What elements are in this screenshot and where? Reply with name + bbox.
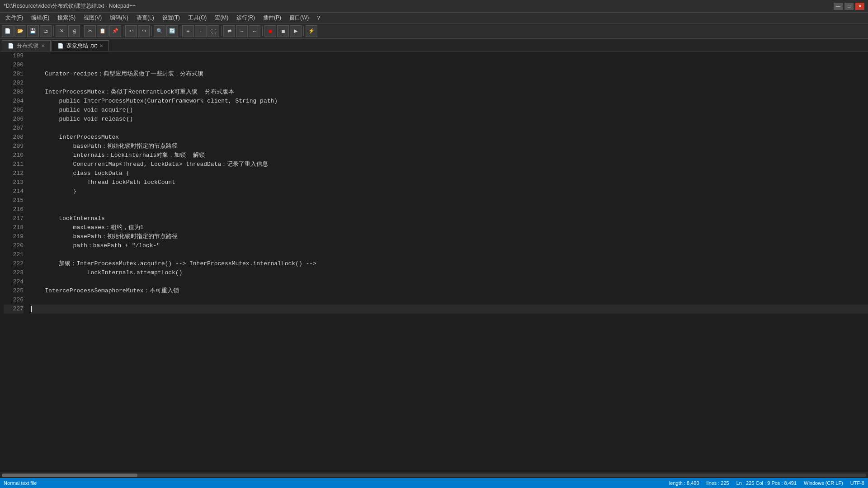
menu-edit[interactable]: 编辑(E)	[28, 13, 53, 23]
paste-button[interactable]: 📌	[109, 25, 121, 37]
line-number-202: 202	[4, 79, 24, 88]
code-line-200	[31, 61, 868, 70]
menu-file[interactable]: 文件(F)	[2, 13, 27, 23]
zoom-in-button[interactable]: +	[182, 25, 194, 37]
menu-help[interactable]: ?	[313, 14, 324, 22]
menu-macro[interactable]: 宏(M)	[211, 13, 232, 23]
line-number-213: 213	[4, 178, 24, 187]
record-button[interactable]: ⏺	[264, 25, 276, 37]
menu-view[interactable]: 视图(V)	[80, 13, 105, 23]
editor-area: 1992002012022032042052062072082092102112…	[0, 52, 868, 472]
code-line-211: ConcurrentMap<Thread, LockData> threadDa…	[31, 160, 868, 169]
menu-search[interactable]: 搜索(S)	[54, 13, 79, 23]
tab-close-2[interactable]: ✕	[99, 43, 103, 48]
tab-icon-2: 📄	[57, 43, 64, 49]
code-line-222: 加锁：InterProcessMutex.acquire() --> Inter…	[31, 259, 868, 268]
menu-settings[interactable]: 设置(T)	[159, 13, 184, 23]
save-all-button[interactable]: 🗂	[40, 25, 52, 37]
line-number-211: 211	[4, 160, 24, 169]
code-line-227	[31, 305, 868, 314]
code-line-223: LockInternals.attemptLock()	[31, 268, 868, 277]
code-line-215	[31, 196, 868, 205]
close-button[interactable]: ✕	[855, 3, 864, 10]
line-number-227: 227	[4, 305, 24, 314]
menu-tools[interactable]: 工具(O)	[184, 13, 210, 23]
minimize-button[interactable]: —	[834, 3, 843, 10]
line-number-214: 214	[4, 187, 24, 196]
status-file-type: Normal text file	[4, 480, 37, 486]
toolbar-sep-4	[151, 26, 152, 36]
code-line-209: basePath：初始化锁时指定的节点路径	[31, 142, 868, 151]
maximize-button[interactable]: □	[844, 3, 854, 10]
line-number-206: 206	[4, 115, 24, 124]
tab-distributed-lock[interactable]: 📄 分布式锁 ✕	[2, 40, 51, 51]
menu-window[interactable]: 窗口(W)	[286, 13, 312, 23]
line-number-222: 222	[4, 259, 24, 268]
code-content[interactable]: Curator-recipes：典型应用场景做了一些封装，分布式锁 InterP…	[27, 52, 868, 472]
code-line-207	[31, 124, 868, 133]
line-number-209: 209	[4, 142, 24, 151]
line-number-220: 220	[4, 241, 24, 250]
line-number-221: 221	[4, 250, 24, 259]
horizontal-scrollbar[interactable]	[0, 472, 868, 478]
menu-encoding[interactable]: 编码(N)	[106, 13, 132, 23]
code-line-220: path：basePath + "/lock-"	[31, 241, 868, 250]
code-line-216	[31, 205, 868, 214]
line-number-217: 217	[4, 214, 24, 223]
wordwrap-button[interactable]: ⇌	[223, 25, 235, 37]
menu-language[interactable]: 语言(L)	[133, 13, 158, 23]
tab-close-1[interactable]: ✕	[41, 43, 45, 48]
line-number-203: 203	[4, 88, 24, 97]
code-line-208: InterProcessMutex	[31, 133, 868, 142]
window-controls: — □ ✕	[834, 3, 864, 10]
status-lines: lines : 225	[707, 480, 729, 486]
play-button[interactable]: ▶	[290, 25, 302, 37]
scrollbar-track[interactable]	[2, 474, 866, 477]
save-button[interactable]: 💾	[27, 25, 39, 37]
menu-run[interactable]: 运行(R)	[233, 13, 259, 23]
code-line-203: InterProcessMutex：类似于ReentrantLock可重入锁 分…	[31, 88, 868, 97]
code-line-204: public InterProcessMutex(CuratorFramewor…	[31, 97, 868, 106]
line-number-224: 224	[4, 277, 24, 286]
redo-button[interactable]: ↪	[138, 25, 150, 37]
find-button[interactable]: 🔍	[154, 25, 165, 37]
unindent-button[interactable]: ←	[249, 25, 260, 37]
print-button[interactable]: 🖨	[68, 25, 80, 37]
code-line-202	[31, 79, 868, 88]
toolbar-sep-2	[82, 26, 82, 36]
tab-class-summary[interactable]: 📄 课堂总结 .txt ✕	[52, 40, 109, 51]
close-button[interactable]: ✕	[56, 25, 67, 37]
code-line-224	[31, 277, 868, 286]
line-number-207: 207	[4, 124, 24, 133]
line-number-199: 199	[4, 52, 24, 61]
zoom-out-button[interactable]: -	[195, 25, 207, 37]
menu-plugins[interactable]: 插件(P)	[259, 13, 285, 23]
stop-button[interactable]: ⏹	[277, 25, 289, 37]
code-line-201: Curator-recipes：典型应用场景做了一些封装，分布式锁	[31, 70, 868, 79]
copy-button[interactable]: 📋	[97, 25, 108, 37]
line-number-223: 223	[4, 268, 24, 277]
code-line-199	[31, 52, 868, 61]
status-left: Normal text file	[4, 480, 37, 486]
open-button[interactable]: 📂	[14, 25, 26, 37]
title-bar: *D:\Resource\video\分布式锁\课堂总结.txt - Notep…	[0, 0, 868, 13]
toolbar-sep-3	[123, 26, 123, 36]
scrollbar-thumb[interactable]	[2, 474, 137, 477]
status-bar: Normal text file length : 8,490 lines : …	[0, 478, 868, 488]
find-replace-button[interactable]: 🔄	[166, 25, 178, 37]
undo-button[interactable]: ↩	[125, 25, 137, 37]
line-number-204: 204	[4, 97, 24, 106]
indent-button[interactable]: →	[236, 25, 248, 37]
code-line-219: basePath：初始化锁时指定的节点路径	[31, 232, 868, 241]
line-number-210: 210	[4, 151, 24, 160]
line-number-201: 201	[4, 70, 24, 79]
code-line-213: Thread lockPath lockCount	[31, 178, 868, 187]
toolbar-sep-6	[221, 26, 222, 36]
new-button[interactable]: 📄	[2, 25, 14, 37]
line-number-215: 215	[4, 196, 24, 205]
cut-button[interactable]: ✂	[84, 25, 96, 37]
toolbar-sep-5	[180, 26, 180, 36]
fullscreen-button[interactable]: ⛶	[208, 25, 219, 37]
toolbar: 📄 📂 💾 🗂 ✕ 🖨 ✂ 📋 📌 ↩ ↪ 🔍 🔄 + - ⛶ ⇌ → ← ⏺ …	[0, 23, 868, 39]
run-button[interactable]: ⚡	[306, 25, 317, 37]
